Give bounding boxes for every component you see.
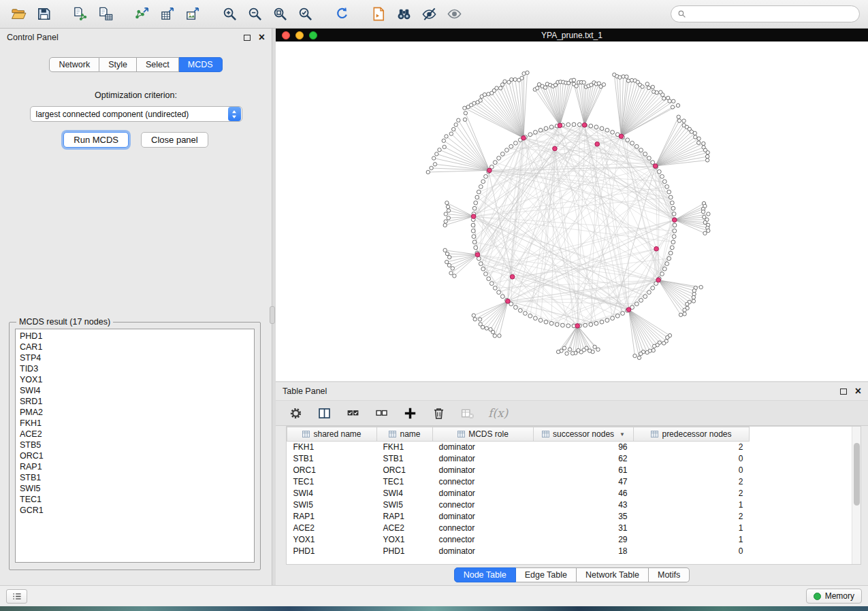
graph-node[interactable] — [630, 141, 634, 145]
graph-node[interactable] — [479, 262, 483, 266]
graph-dominator-node[interactable] — [673, 218, 677, 222]
graph-node[interactable] — [479, 99, 482, 102]
graph-node[interactable] — [518, 308, 522, 312]
graph-dominator-node[interactable] — [475, 252, 480, 257]
graph-node[interactable] — [534, 316, 538, 320]
graph-node[interactable] — [645, 350, 649, 354]
graph-node[interactable] — [679, 313, 682, 316]
graph-node[interactable] — [673, 229, 677, 233]
graph-node[interactable] — [625, 75, 628, 78]
graph-node[interactable] — [539, 318, 543, 323]
graph-node[interactable] — [634, 302, 639, 306]
graph-node[interactable] — [667, 190, 671, 194]
graph-node[interactable] — [662, 342, 665, 345]
table-cell[interactable]: SWI5 — [377, 499, 433, 511]
graph-dominator-node[interactable] — [487, 168, 492, 173]
graph-node[interactable] — [471, 223, 475, 227]
graph-node[interactable] — [447, 209, 450, 212]
node-table[interactable]: shared namenameMCDS rolesuccessor nodes▼… — [286, 426, 861, 565]
graph-node[interactable] — [596, 348, 600, 351]
graph-node[interactable] — [652, 348, 655, 352]
graph-node[interactable] — [513, 78, 517, 81]
graph-node[interactable] — [634, 144, 639, 148]
table-cell[interactable]: RAP1 — [287, 511, 377, 523]
table-cell[interactable]: dominator — [433, 453, 534, 465]
graph-node[interactable] — [639, 352, 643, 355]
graph-node[interactable] — [454, 123, 457, 127]
table-settings-button[interactable] — [287, 404, 305, 423]
graph-node[interactable] — [669, 251, 673, 255]
network-canvas[interactable] — [276, 42, 868, 381]
graph-node[interactable] — [443, 223, 447, 227]
graph-node[interactable] — [633, 354, 637, 357]
graph-node[interactable] — [562, 346, 566, 350]
result-item[interactable]: PHD1 — [16, 331, 254, 342]
float-table-panel-icon[interactable] — [840, 389, 847, 395]
graph-node[interactable] — [484, 272, 488, 276]
graph-node[interactable] — [660, 272, 664, 276]
graph-node[interactable] — [705, 159, 709, 162]
graph-node[interactable] — [536, 86, 539, 90]
graph-node[interactable] — [528, 133, 532, 137]
graph-node[interactable] — [565, 352, 568, 355]
table-cell[interactable]: dominator — [433, 511, 534, 523]
table-cell[interactable]: 31 — [534, 523, 634, 534]
graph-node[interactable] — [670, 246, 674, 250]
graph-node[interactable] — [611, 316, 615, 320]
table-cell[interactable]: ACE2 — [377, 523, 433, 534]
tab-network-table[interactable]: Network Table — [577, 567, 649, 582]
graph-node[interactable] — [479, 323, 482, 326]
highlight-button[interactable] — [444, 4, 464, 24]
graph-node[interactable] — [472, 314, 475, 317]
graph-node[interactable] — [618, 76, 622, 79]
graph-node[interactable] — [464, 112, 467, 115]
graph-node[interactable] — [475, 195, 479, 199]
graph-node[interactable] — [568, 348, 571, 351]
graph-dominator-node[interactable] — [595, 142, 600, 147]
delete-column-button[interactable] — [430, 404, 448, 423]
graph-node[interactable] — [561, 323, 565, 327]
table-cell[interactable]: 2 — [634, 511, 750, 523]
graph-node[interactable] — [443, 145, 446, 148]
column-header-shared-name[interactable]: shared name — [287, 427, 377, 442]
graph-node[interactable] — [433, 163, 436, 166]
graph-node[interactable] — [473, 318, 477, 321]
graph-node[interactable] — [555, 323, 559, 327]
table-cell[interactable]: 2 — [634, 442, 750, 453]
table-cell[interactable]: 35 — [534, 511, 634, 523]
table-scrollbar[interactable] — [852, 427, 861, 564]
graph-node[interactable] — [582, 81, 585, 84]
table-cell[interactable]: TEC1 — [377, 476, 433, 488]
table-cell[interactable]: ORC1 — [287, 465, 377, 476]
graph-node[interactable] — [503, 80, 507, 83]
graph-node[interactable] — [543, 86, 547, 89]
graph-node[interactable] — [472, 235, 476, 239]
graph-node[interactable] — [692, 295, 695, 299]
graph-node[interactable] — [621, 312, 625, 316]
graph-node[interactable] — [697, 141, 701, 144]
select-all-button[interactable] — [344, 404, 362, 423]
search-network-button[interactable] — [393, 4, 414, 24]
graph-node[interactable] — [705, 154, 709, 158]
graph-node[interactable] — [672, 235, 676, 239]
result-item[interactable]: ORC1 — [16, 450, 254, 461]
mcds-result-list[interactable]: PHD1CAR1STP4TID3YOX1SWI4SRD1PMA2FKH1ACE2… — [15, 329, 255, 563]
graph-node[interactable] — [549, 125, 553, 129]
save-session-button[interactable] — [33, 4, 54, 24]
graph-node[interactable] — [472, 240, 477, 244]
zoom-out-button[interactable] — [244, 4, 265, 24]
table-cell[interactable]: connector — [433, 523, 534, 534]
graph-node[interactable] — [487, 277, 491, 281]
global-search-field[interactable] — [671, 5, 860, 22]
graph-node[interactable] — [572, 78, 575, 82]
graph-node[interactable] — [493, 286, 497, 290]
graph-node[interactable] — [671, 206, 675, 210]
graph-node[interactable] — [672, 212, 676, 216]
graph-node[interactable] — [457, 118, 460, 122]
graph-node[interactable] — [605, 318, 609, 323]
graph-node[interactable] — [651, 85, 654, 88]
graph-node[interactable] — [505, 148, 509, 152]
graph-node[interactable] — [667, 257, 671, 261]
graph-node[interactable] — [626, 79, 630, 82]
graph-node[interactable] — [672, 99, 675, 103]
